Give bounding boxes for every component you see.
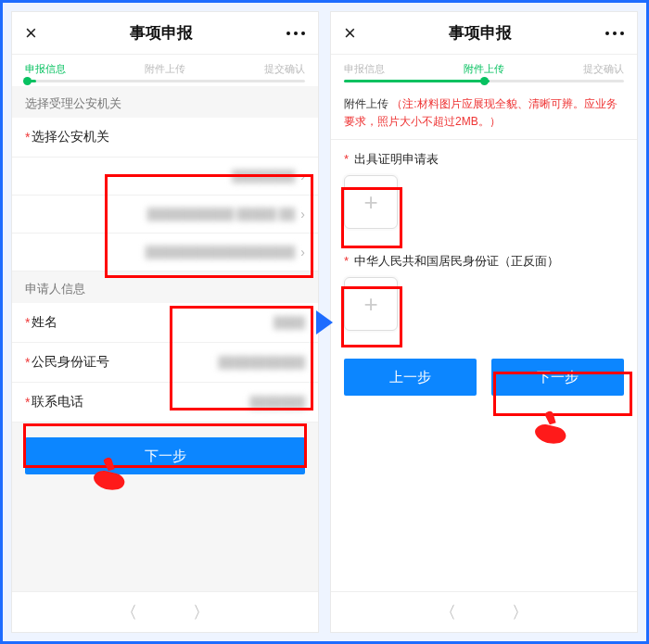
comparison-container: × 事项申报 申报信息 附件上传 提交确认 选择受理公安机关 * 选择公安机关 — [0, 0, 649, 644]
chevron-right-icon: › — [300, 245, 305, 259]
header: × 事项申报 — [331, 12, 637, 55]
next-button[interactable]: 下一步 — [25, 437, 305, 474]
step-2: 附件上传 — [464, 62, 504, 76]
row-phone[interactable]: * 联系电话 ███████ — [12, 383, 318, 423]
section-header-applicant: 申请人信息 — [12, 271, 318, 303]
header: × 事项申报 — [12, 12, 318, 55]
section-header-agency: 选择受理公安机关 — [12, 86, 318, 118]
step-bar: 申报信息 附件上传 提交确认 — [12, 55, 318, 80]
nav-forward-icon[interactable]: 〉 — [512, 601, 528, 624]
required-star: * — [25, 130, 30, 145]
step-3: 提交确认 — [264, 62, 305, 76]
picker-row-1[interactable]: ████████ › — [12, 158, 318, 196]
plus-icon: + — [363, 290, 377, 319]
nav-forward-icon[interactable]: 〉 — [193, 601, 210, 624]
step-3: 提交确认 — [583, 62, 624, 76]
content-right: 附件上传 （注:材料图片应展现全貌、清晰可辨。应业务要求，照片大小不超过2MB。… — [331, 86, 637, 591]
bottom-nav: 〈 〉 — [331, 591, 637, 632]
picker-row-3[interactable]: ███████████████████ › — [12, 234, 318, 271]
phones-row: × 事项申报 申报信息 附件上传 提交确认 选择受理公安机关 * 选择公安机关 — [12, 12, 637, 632]
page-title: 事项申报 — [449, 22, 512, 44]
upload-box-2[interactable]: + — [344, 277, 398, 331]
row-name[interactable]: * 姓名 ████ — [12, 303, 318, 343]
step-1: 申报信息 — [25, 62, 66, 76]
picker-row-2[interactable]: ███████████ █████ ██ › — [12, 196, 318, 234]
chevron-right-icon: › — [300, 207, 305, 221]
field-label-1: * 出具证明申请表 — [331, 140, 637, 175]
upload-box-1[interactable]: + — [344, 175, 398, 229]
button-row: 上一步 下一步 — [331, 344, 637, 410]
page-title: 事项申报 — [130, 22, 193, 44]
plus-icon: + — [363, 188, 377, 217]
step-2: 附件上传 — [145, 62, 185, 76]
step-bar: 申报信息 附件上传 提交确认 — [331, 55, 637, 80]
step-1: 申报信息 — [344, 62, 385, 76]
nav-back-icon[interactable]: 〈 — [121, 601, 137, 624]
field-label-2: * 中华人民共和国居民身份证（正反面） — [331, 242, 637, 277]
phone-left: × 事项申报 申报信息 附件上传 提交确认 选择受理公安机关 * 选择公安机关 — [12, 12, 318, 632]
close-icon[interactable]: × — [344, 23, 356, 44]
prev-button[interactable]: 上一步 — [344, 359, 477, 396]
upload-hint: 附件上传 （注:材料图片应展现全貌、清晰可辨。应业务要求，照片大小不超过2MB。… — [331, 86, 637, 140]
chevron-right-icon: › — [300, 169, 305, 183]
more-icon[interactable] — [605, 32, 624, 35]
row-select-agency[interactable]: * 选择公安机关 — [12, 118, 318, 158]
row-id[interactable]: * 公民身份证号 ███████████ — [12, 343, 318, 383]
progress-bar — [25, 80, 305, 82]
more-icon[interactable] — [286, 32, 305, 35]
bottom-nav: 〈 〉 — [12, 591, 318, 632]
phone-right: × 事项申报 申报信息 附件上传 提交确认 附件上传 （注:材料图片应展现全貌、… — [331, 12, 637, 632]
content-left: 选择受理公安机关 * 选择公安机关 ████████ › ███████████… — [12, 86, 318, 591]
next-button[interactable]: 下一步 — [491, 359, 624, 396]
close-icon[interactable]: × — [25, 23, 37, 44]
row-label: 选择公安机关 — [32, 129, 109, 145]
progress-bar — [344, 80, 624, 82]
nav-back-icon[interactable]: 〈 — [439, 601, 456, 624]
